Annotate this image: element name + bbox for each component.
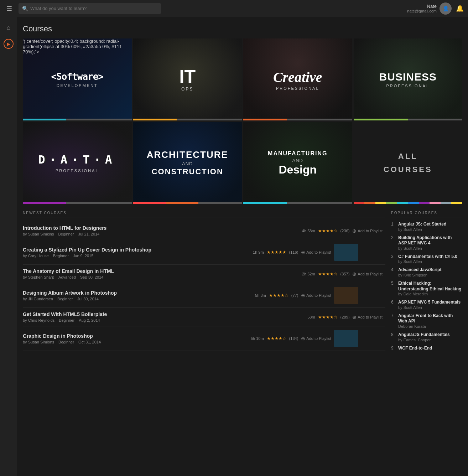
plus-circle-icon: ⊕ xyxy=(301,249,305,255)
search-bar: 🔍 xyxy=(19,3,161,14)
popular-author: by Scott Allen xyxy=(398,259,457,264)
course-stars: ★★★★☆ xyxy=(318,315,338,320)
software-card-subtitle: DEVELOPMENT xyxy=(57,83,98,88)
layout: ⌂ ▶ Courses ') center/cover; opacity:0.4… xyxy=(0,17,468,476)
popular-author: by Dale Meredith xyxy=(398,292,462,296)
popular-author: Deboran Kurata xyxy=(398,324,462,328)
creative-card-bar xyxy=(243,119,352,120)
popular-courses-label: POPULAR COURSES xyxy=(391,211,462,217)
course-title: Get Started With HTML5 Boilerplate xyxy=(23,311,305,317)
bottom-section: NEWEST COURSES Introduction to HTML for … xyxy=(23,211,462,355)
course-date: Jan 9, 2015 xyxy=(73,254,94,258)
course-date: Oct 31, 2014 xyxy=(78,340,101,344)
search-input[interactable] xyxy=(30,6,157,11)
popular-list-item[interactable]: 6. ASP.NET MVC 5 Fundamentals by Scott A… xyxy=(391,300,462,310)
popular-list-item[interactable]: 1. Angular JS: Get Started by Scott Alle… xyxy=(391,222,462,232)
plus-circle-icon: ⊕ xyxy=(301,336,305,341)
user-name: Nate xyxy=(407,4,437,9)
course-level: Beginner xyxy=(57,297,73,301)
popular-title: Advanced JavaScript xyxy=(398,267,441,273)
add-to-playlist-button[interactable]: ⊕ Add to Playlist xyxy=(301,293,331,298)
sidebar-home-button[interactable]: ⌂ xyxy=(2,21,15,34)
course-card-creative[interactable]: Creative PROFESSIONAL xyxy=(243,38,352,120)
course-meta: by Chris Reynolds Beginner Aug 2, 2014 xyxy=(23,318,305,322)
course-meta: by Stephen Sharp Advanced Sep 30, 2014 xyxy=(23,275,299,279)
popular-title: WCF End-to-End xyxy=(398,346,432,351)
popular-num: 5. xyxy=(391,281,397,296)
popular-list-item[interactable]: 7. Angular Front to Back with Web API De… xyxy=(391,313,462,328)
course-list-item[interactable]: Creating a Stylized Pin Up Cover Design … xyxy=(23,240,385,265)
course-card-data[interactable]: D·A·T·A PROFESSIONAL xyxy=(23,122,132,204)
play-icon: ▶ xyxy=(4,39,14,49)
main-content: Courses ') center/cover; opacity:0.4; ba… xyxy=(17,17,468,476)
add-to-playlist-button[interactable]: ⊕ Add to Playlist xyxy=(301,249,331,255)
popular-list-item[interactable]: 8. AngularJS Fundamentals by Eames. Coop… xyxy=(391,332,462,342)
data-card-subtitle: PROFESSIONAL xyxy=(56,169,99,173)
software-card-bar xyxy=(23,119,132,120)
plus-circle-icon: ⊕ xyxy=(352,228,357,234)
popular-num: 2. xyxy=(391,235,397,250)
popular-list-item[interactable]: 4. Advanced JavaScript by Kyle Simpson xyxy=(391,267,462,277)
course-card-software[interactable]: ') center/cover; opacity:0.4; background… xyxy=(23,38,132,120)
course-card-arch[interactable]: ARCHITECTURE AND CONSTRUCTION xyxy=(133,122,242,204)
course-meta: by Susan Simlons Beginner Oct 31, 2014 xyxy=(23,340,248,344)
mfg-card-design: Design xyxy=(279,163,317,176)
course-card-itops[interactable]: IT OPS xyxy=(133,38,242,120)
popular-title: AngularJS Fundamentals xyxy=(398,332,450,338)
popular-num: 7. xyxy=(391,313,397,328)
popular-title: Building Applications with ASP.NET MVC 4 xyxy=(398,235,462,246)
add-to-playlist-button[interactable]: ⊕ Add to Playlist xyxy=(352,228,383,234)
course-rating-count: (289) xyxy=(340,315,350,319)
course-level: Beginner xyxy=(58,232,74,236)
popular-list-item[interactable]: 3. C# Fundamentals with C# 5.0 by Scott … xyxy=(391,254,462,264)
add-to-playlist-button[interactable]: ⊕ Add to Playlist xyxy=(301,336,331,341)
course-meta: by Jill Gundersen Beginner Jul 30, 2014 xyxy=(23,297,252,301)
popular-num: 6. xyxy=(391,300,397,310)
course-info: Graphic Design in Photoshop by Susan Sim… xyxy=(23,333,248,344)
popular-info: Building Applications with ASP.NET MVC 4… xyxy=(398,235,462,250)
course-meta: by Cory House Beginner Jan 9, 2015 xyxy=(23,254,250,258)
business-card-title: BUSINESS xyxy=(379,71,437,83)
popular-author: by Scott Allen xyxy=(398,227,446,232)
course-info: The Anatomy of Email Design in HTML by S… xyxy=(23,268,299,279)
course-date: Aug 2, 2014 xyxy=(79,318,100,322)
course-list-item[interactable]: Get Started With HTML5 Boilerplate by Ch… xyxy=(23,308,385,326)
popular-list: 1. Angular JS: Get Started by Scott Alle… xyxy=(391,222,462,351)
course-rating-count: (134) xyxy=(289,336,298,341)
popular-num: 3. xyxy=(391,254,397,264)
popular-author: by Eames. Cooper xyxy=(398,338,450,342)
course-card-business[interactable]: BUSINESS PROFESSIONAL xyxy=(354,38,463,120)
add-to-playlist-button[interactable]: ⊕ Add to Playlist xyxy=(352,314,383,320)
course-card-mfg[interactable]: MANUFACTURING AND Design xyxy=(243,122,352,204)
arch-card-bar xyxy=(133,202,242,204)
add-to-playlist-button[interactable]: ⊕ Add to Playlist xyxy=(352,271,383,277)
plus-circle-icon: ⊕ xyxy=(301,293,305,298)
course-level: Beginner xyxy=(59,318,74,322)
course-rating-count: (236) xyxy=(340,229,350,233)
course-list-item[interactable]: The Anatomy of Email Design in HTML by S… xyxy=(23,265,385,283)
search-icon: 🔍 xyxy=(22,6,28,11)
popular-list-item[interactable]: 9. WCF End-to-End xyxy=(391,346,462,351)
popular-info: Angular Front to Back with Web API Debor… xyxy=(398,313,462,328)
hamburger-button[interactable]: ☰ xyxy=(4,3,14,14)
course-info: Get Started With HTML5 Boilerplate by Ch… xyxy=(23,311,305,322)
itops-card-title: IT xyxy=(179,67,196,86)
popular-num: 4. xyxy=(391,267,397,277)
popular-title: ASP.NET MVC 5 Fundamentals xyxy=(398,300,461,305)
data-card-title: D·A·T·A xyxy=(38,153,116,166)
course-thumb xyxy=(334,244,358,261)
notification-bell-button[interactable]: 🔔 xyxy=(456,5,464,12)
course-list-item[interactable]: Graphic Design in Photoshop by Susan Sim… xyxy=(23,326,385,351)
sidebar-play-button[interactable]: ▶ xyxy=(2,37,15,51)
course-level: Beginner xyxy=(58,340,74,344)
popular-list-item[interactable]: 2. Building Applications with ASP.NET MV… xyxy=(391,235,462,250)
popular-courses-section: POPULAR COURSES 1. Angular JS: Get Start… xyxy=(391,211,462,355)
course-card-all[interactable]: ALLCOURSES xyxy=(354,122,463,204)
course-list-item[interactable]: Designing Album Artwork in Photoshop by … xyxy=(23,283,385,308)
page-title: Courses xyxy=(23,24,462,33)
course-meta: by Susan Simkins Beginner Jul 21, 2014 xyxy=(23,232,299,236)
newest-courses-label: NEWEST COURSES xyxy=(23,211,385,217)
course-list-item[interactable]: Introduction to HTML for Designers by Su… xyxy=(23,222,385,240)
popular-list-item[interactable]: 5. Ethical Hacking: Understanding Ethica… xyxy=(391,281,462,296)
course-grid: ') center/cover; opacity:0.4; background… xyxy=(23,38,462,204)
